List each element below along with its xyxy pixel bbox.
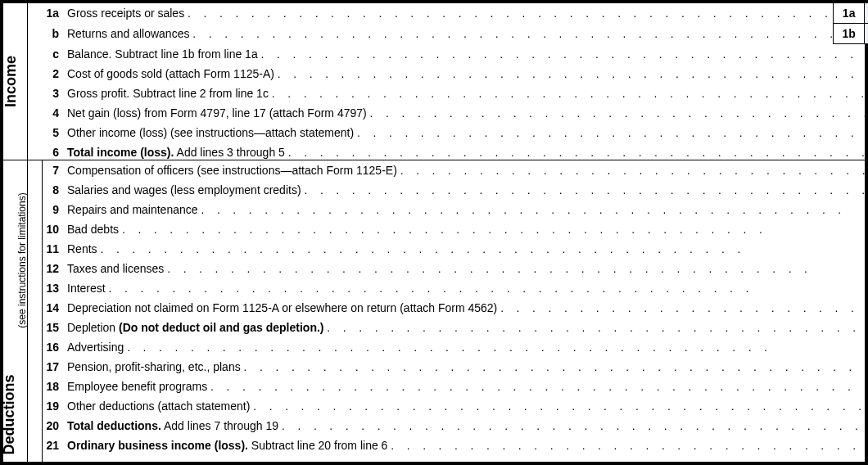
line-num-9: 9 [43, 200, 67, 219]
row-1c: c Balance. Subtract line 1b from line 1a… [28, 44, 868, 64]
section-deductions: Deductions (see instructions for limitat… [3, 160, 865, 462]
line-num-20: 20 [43, 416, 67, 436]
line-desc-15-bold: (Do not deduct oil and gas depletion.) [119, 321, 323, 334]
row-6: 6 Total income (loss). Add lines 3 throu… [28, 142, 868, 162]
line-desc-9: Repairs and maintenance [67, 200, 868, 219]
row-20: 20 Total deductions. Add lines 7 through… [43, 416, 868, 436]
row-18: 18 Employee benefit programs 18 [43, 377, 868, 396]
row-16: 16 Advertising 16 [43, 337, 868, 357]
line-num-19: 19 [43, 396, 67, 416]
line-desc-15-text: Depletion [67, 321, 119, 334]
line-num-4: 4 [28, 103, 67, 123]
deductions-rows: 7 Compensation of officers (see instruct… [43, 160, 868, 462]
line-desc-1c: Balance. Subtract line 1b from line 1a [67, 44, 868, 64]
row-1b: b Returns and allowances 1b [28, 24, 868, 44]
row-11: 11 Rents 11 [43, 239, 868, 259]
line-num-3: 3 [28, 84, 67, 103]
row-21: 21 Ordinary business income (loss). Subt… [43, 436, 868, 455]
deductions-sublabel-col: (see instructions for limitations) [28, 160, 43, 462]
line-num-21: 21 [43, 436, 67, 455]
line-desc-6-rest: Add lines 3 through 5 [174, 146, 284, 159]
line-desc-21-rest: Subtract line 20 from line 6 [248, 439, 387, 452]
line-num-2: 2 [28, 64, 67, 84]
line-num-11: 11 [43, 239, 67, 259]
line-num-17: 17 [43, 357, 67, 377]
line-num-1a: 1a [28, 3, 67, 24]
row-15: 15 Depletion (Do not deduct oil and gas … [43, 318, 868, 337]
row-13: 13 Interest 13 [43, 278, 868, 298]
line-num-15: 15 [43, 318, 67, 337]
row-5: 5 Other income (loss) (see instructions—… [28, 123, 868, 142]
deductions-label-text: Deductions [1, 374, 18, 454]
line-desc-7: Compensation of officers (see instructio… [67, 160, 868, 180]
line-desc-6-bold: Total income (loss). [67, 146, 174, 159]
line-desc-13: Interest [67, 278, 868, 298]
line-desc-1a: Gross receipts or sales [67, 3, 833, 24]
line-desc-12: Taxes and licenses [67, 259, 868, 278]
row-1a: 1a Gross receipts or sales 1a [28, 3, 868, 24]
line-value-1a[interactable] [864, 3, 868, 24]
row-8: 8 Salaries and wages (less employment cr… [43, 180, 868, 200]
row-7: 7 Compensation of officers (see instruct… [43, 160, 868, 180]
deductions-sublabel-text: (see instructions for limitations) [16, 192, 28, 327]
line-desc-1b: Returns and allowances [67, 24, 833, 44]
row-4: 4 Net gain (loss) from Form 4797, line 1… [28, 103, 868, 123]
income-label-text: Income [2, 56, 20, 107]
line-desc-2: Cost of goods sold (attach Form 1125-A) [67, 64, 868, 84]
section-income: Income 1a Gross receipts or sales 1a b R… [3, 3, 865, 160]
line-desc-14: Depreciation not claimed on Form 1125-A … [67, 298, 868, 318]
line-desc-18: Employee benefit programs [67, 377, 868, 396]
line-box-1b: 1b [833, 24, 864, 44]
line-desc-20-bold: Total deductions. [67, 419, 161, 432]
line-desc-3: Gross profit. Subtract line 2 from line … [67, 84, 868, 103]
line-num-12: 12 [43, 259, 67, 278]
line-num-7: 7 [43, 160, 67, 180]
line-value-1b[interactable] [864, 24, 868, 44]
line-desc-6: Total income (loss). Add lines 3 through… [67, 142, 868, 162]
row-17: 17 Pension, profit-sharing, etc., plans … [43, 357, 868, 377]
line-desc-20-rest: Add lines 7 through 19 [161, 419, 278, 432]
line-num-1b: b [28, 24, 67, 44]
line-desc-5: Other income (loss) (see instructions—at… [67, 123, 868, 142]
line-desc-8: Salaries and wages (less employment cred… [67, 180, 868, 200]
row-19: 19 Other deductions (attach statement) 1… [43, 396, 868, 416]
line-desc-19: Other deductions (attach statement) [67, 396, 868, 416]
line-desc-4: Net gain (loss) from Form 4797, line 17 … [67, 103, 868, 123]
line-desc-16: Advertising [67, 337, 868, 357]
tax-form: Income 1a Gross receipts or sales 1a b R… [0, 0, 868, 465]
line-num-5: 5 [28, 123, 67, 142]
line-desc-21: Ordinary business income (loss). Subtrac… [67, 436, 868, 455]
income-rows: 1a Gross receipts or sales 1a b Returns … [28, 3, 868, 160]
line-desc-21-bold: Ordinary business income (loss). [67, 439, 248, 452]
row-9: 9 Repairs and maintenance 9 [43, 200, 868, 219]
row-14: 14 Depreciation not claimed on Form 1125… [43, 298, 868, 318]
line-num-6: 6 [28, 142, 67, 162]
line-num-16: 16 [43, 337, 67, 357]
row-10: 10 Bad debts 10 [43, 219, 868, 239]
income-vertical-label: Income [3, 3, 28, 160]
line-desc-11: Rents [67, 239, 868, 259]
line-num-8: 8 [43, 180, 67, 200]
line-desc-20: Total deductions. Add lines 7 through 19 [67, 416, 868, 436]
row-12: 12 Taxes and licenses 12 [43, 259, 868, 278]
line-num-18: 18 [43, 377, 67, 396]
line-desc-10: Bad debts [67, 219, 868, 239]
line-num-10: 10 [43, 219, 67, 239]
line-num-14: 14 [43, 298, 67, 318]
line-desc-17: Pension, profit-sharing, etc., plans [67, 357, 868, 377]
row-2: 2 Cost of goods sold (attach Form 1125-A… [28, 64, 868, 84]
line-num-1c: c [28, 44, 67, 64]
line-num-13: 13 [43, 278, 67, 298]
row-3: 3 Gross profit. Subtract line 2 from lin… [28, 84, 868, 103]
line-desc-15: Depletion (Do not deduct oil and gas dep… [67, 318, 868, 337]
line-box-1a: 1a [833, 3, 864, 24]
